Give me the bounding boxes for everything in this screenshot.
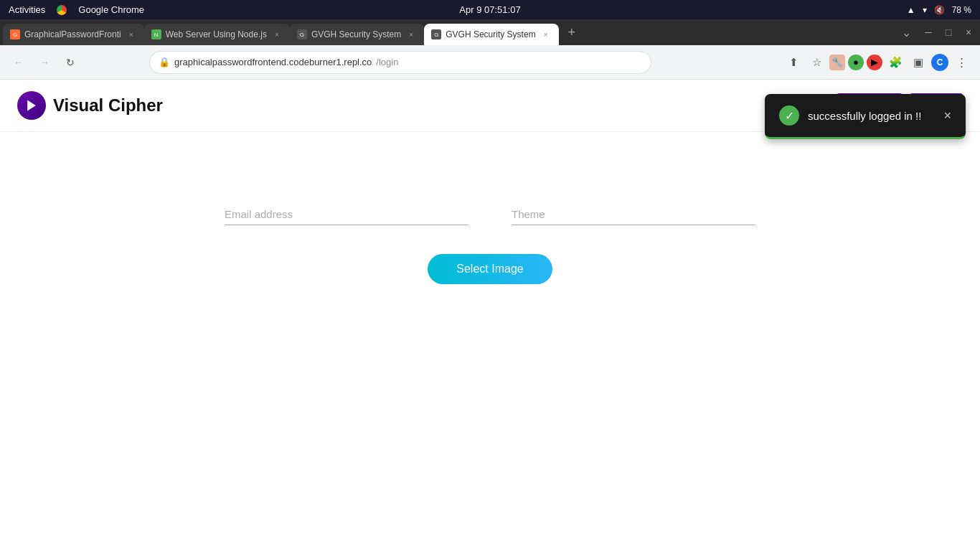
datetime-label: Apr 9 07:51:07 (459, 4, 520, 15)
tab-label-webserver: Web Server Using Node.js (166, 29, 267, 39)
back-button[interactable]: ← (9, 52, 29, 72)
network-icon: ▲ (907, 5, 915, 15)
os-bar: Activities Google Chrome Apr 9 07:51:07 … (0, 0, 980, 19)
sidebar-icon[interactable]: ▣ (908, 52, 928, 72)
tab-graphical[interactable]: G GraphicalPasswordFronti × (3, 24, 144, 45)
toast-notification: ✓ successfully logged in !! × (765, 94, 966, 139)
minimize-button[interactable]: ─ (920, 24, 937, 41)
menu-icon[interactable]: ⋮ (951, 52, 971, 72)
close-button[interactable]: × (960, 24, 977, 41)
chrome-os-icon (57, 5, 67, 15)
svg-marker-0 (27, 100, 36, 111)
tab-label-graphical: GraphicalPasswordFronti (24, 29, 121, 39)
volume-icon: 🔇 (934, 5, 945, 15)
tab-close-gvgh2[interactable]: × (540, 29, 552, 40)
url-path: /login (376, 57, 398, 67)
tab-close-graphical[interactable]: × (126, 29, 137, 40)
brand: Visual Cipher (17, 91, 163, 120)
form-row (225, 204, 755, 225)
theme-input[interactable] (512, 204, 755, 225)
toast-check-icon: ✓ (779, 105, 799, 126)
extension-icon-3[interactable]: ▶ (867, 55, 882, 70)
form-section: Select Image (0, 132, 980, 284)
tab-close-gvgh1[interactable]: × (405, 29, 417, 40)
extensions-icon[interactable]: 🧩 (885, 52, 905, 72)
browser-name-label: Google Chrome (78, 4, 144, 15)
tab-close-webserver[interactable]: × (271, 29, 283, 40)
new-tab-button[interactable]: + (562, 22, 582, 42)
tab-favicon-webserver: N (151, 29, 161, 39)
share-icon[interactable]: ⬆ (783, 52, 804, 72)
url-bar[interactable]: 🔒 graphicalpasswordfrontend.codeburner1.… (149, 51, 651, 74)
select-image-button[interactable]: Select Image (428, 254, 552, 284)
forward-button[interactable]: → (34, 52, 55, 72)
lock-icon: 🔒 (159, 57, 170, 67)
tabs-overflow-button[interactable]: ⌄ (896, 23, 917, 42)
tab-favicon-graphical: G (10, 29, 20, 39)
battery-label: 78 % (952, 5, 971, 15)
tab-label-gvgh1: GVGH Security System (311, 29, 401, 39)
wifi-icon: ▾ (923, 5, 927, 15)
extension-icon-1[interactable]: 🔧 (829, 55, 845, 70)
toolbar-icons: ⬆ ☆ 🔧 ● ▶ 🧩 ▣ C ⋮ (783, 52, 971, 72)
tab-favicon-gvgh2: G (431, 29, 441, 39)
address-bar: ← → ↻ 🔒 graphicalpasswordfrontend.codebu… (0, 45, 980, 80)
theme-field-wrapper (512, 204, 755, 225)
maximize-button[interactable]: □ (940, 24, 957, 41)
brand-icon (17, 91, 46, 120)
brand-name: Visual Cipher (53, 95, 163, 116)
bookmark-icon[interactable]: ☆ (806, 52, 826, 72)
page-content: Visual Cipher Register Login Select Imag… (0, 80, 980, 551)
toast-close-button[interactable]: × (943, 108, 951, 123)
tab-gvgh2[interactable]: G GVGH Security System × (424, 24, 558, 45)
url-domain: graphicalpasswordfrontend.codeburner1.re… (174, 57, 372, 67)
tab-label-gvgh2: GVGH Security System (446, 29, 535, 39)
reload-button[interactable]: ↻ (60, 52, 80, 72)
play-icon (24, 98, 39, 113)
window-controls: ─ □ × (920, 24, 977, 41)
tab-gvgh1[interactable]: G GVGH Security System × (290, 24, 424, 45)
email-field-wrapper (225, 204, 468, 225)
tab-favicon-gvgh1: G (297, 29, 307, 39)
extension-icon-2[interactable]: ● (848, 55, 864, 70)
browser-tabs: G GraphicalPasswordFronti × N Web Server… (0, 19, 980, 45)
tab-webserver[interactable]: N Web Server Using Node.js × (144, 24, 290, 45)
activities-label[interactable]: Activities (9, 4, 45, 15)
email-input[interactable] (225, 204, 468, 225)
toast-message: successfully logged in !! (808, 110, 921, 122)
profile-avatar[interactable]: C (931, 54, 948, 71)
